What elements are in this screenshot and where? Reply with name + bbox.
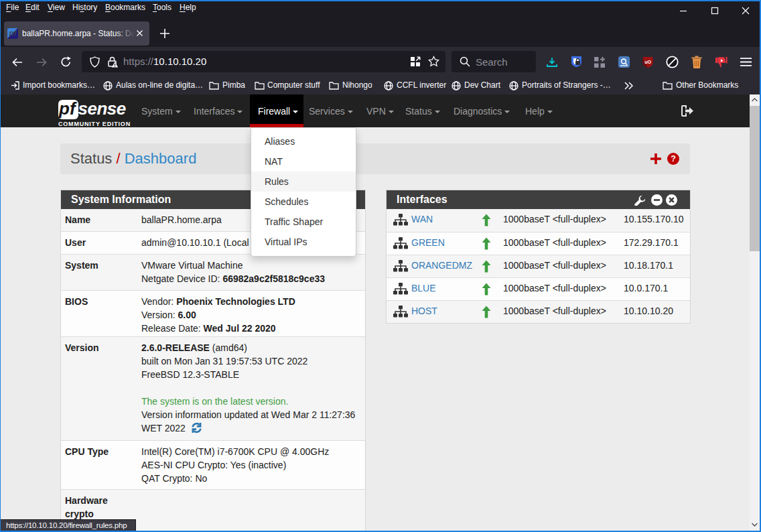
svg-text:uO: uO xyxy=(644,60,651,64)
svg-text:?: ? xyxy=(671,154,676,163)
